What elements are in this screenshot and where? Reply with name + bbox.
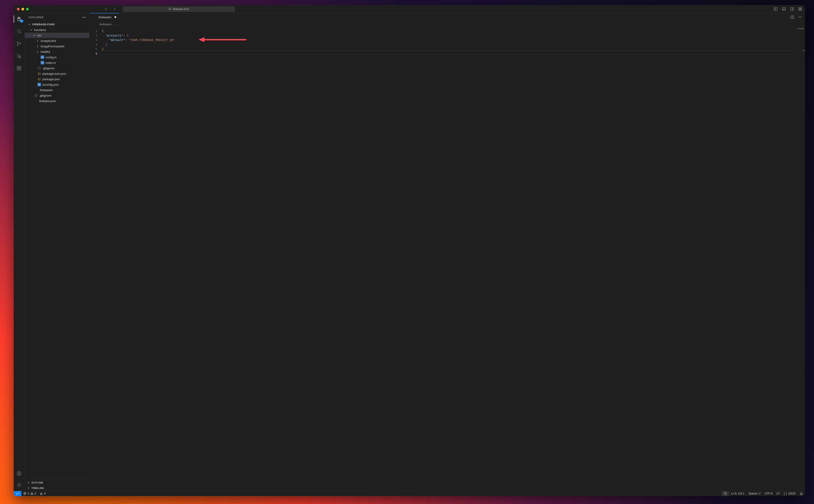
svg-point-26 (801, 17, 801, 17)
firebase-file-icon (34, 99, 38, 103)
tree-label: functions (34, 28, 46, 32)
maximize-window-button[interactable] (26, 8, 29, 10)
nav-back-icon[interactable] (103, 7, 108, 11)
tree-file-gitignore-functions[interactable]: .gitignore (25, 65, 89, 71)
minimap-overview (797, 28, 804, 29)
tree-label: src (37, 34, 41, 37)
sidebar-more-icon[interactable] (82, 15, 86, 20)
ln-col-text: Ln 6, Col 1 (731, 492, 744, 495)
file-tree[interactable]: FIREBASE-FUNC functions src AnalyticsKit (25, 21, 89, 480)
more-actions-icon[interactable] (798, 15, 802, 19)
tree-file-config-ts[interactable]: TS config.ts (25, 54, 89, 60)
activity-run-debug-icon[interactable] (14, 52, 25, 60)
code-content[interactable]: { "projects": { "default": "YOUR_FIREBAS… (100, 27, 795, 491)
breadcrumb[interactable]: .firebaserc › ... (90, 21, 805, 27)
svg-point-18 (18, 472, 20, 474)
language-mode[interactable]: { } JSON (782, 491, 798, 496)
toggle-primary-sidebar-icon[interactable] (773, 7, 778, 12)
tree-file-index-ts[interactable]: TS index.ts (25, 60, 89, 65)
code-editor[interactable]: 1 2 3 4 5 6 { "projects": { "default": "… (90, 27, 805, 491)
cursor-position[interactable]: Ln 6, Col 1 (729, 491, 746, 496)
customize-layout-icon[interactable] (798, 7, 803, 12)
activity-source-control-icon[interactable] (14, 40, 25, 48)
minimap[interactable] (795, 27, 805, 491)
tree-file-package-json[interactable]: { } package.json (25, 76, 89, 82)
errors-count: 0 (28, 492, 29, 495)
tree-folder-src[interactable]: src (25, 33, 89, 38)
encoding-status[interactable]: UTF-8 (763, 491, 775, 496)
eol-status[interactable]: LF (775, 491, 782, 496)
notifications-icon[interactable] (798, 491, 805, 496)
tab-actions (790, 13, 805, 21)
tsconfig-file-icon: TS (37, 83, 41, 86)
toggle-secondary-sidebar-icon[interactable] (789, 7, 794, 12)
split-editor-icon[interactable] (790, 15, 794, 19)
zoom-status[interactable] (722, 491, 729, 496)
problems-status[interactable]: 0 0 (21, 491, 38, 496)
line-number: 3 (90, 38, 97, 42)
tree-file-firebaserc[interactable]: .firebaserc (25, 87, 89, 93)
activity-accounts-icon[interactable] (14, 469, 25, 478)
tab-firebaserc[interactable]: .firebaserc (90, 13, 119, 21)
ts-file-icon: TS (41, 61, 44, 64)
svg-point-12 (19, 57, 21, 58)
chevron-down-icon (33, 34, 36, 37)
status-left: 0 0 0 (14, 491, 47, 496)
json-file-icon: { } (37, 72, 41, 75)
indentation-status[interactable]: Spaces: 2 (746, 491, 762, 496)
line-number: 2 (90, 33, 97, 38)
minimize-window-button[interactable] (21, 8, 24, 10)
svg-rect-2 (782, 8, 785, 10)
command-center[interactable]: firebase-func (123, 6, 235, 12)
svg-rect-7 (800, 9, 801, 10)
tree-folder-functions[interactable]: functions (25, 27, 89, 33)
sidebar-title: EXPLORER (29, 16, 44, 19)
tree-label: .gitignore (42, 67, 54, 70)
tree-folder-analyticskit[interactable]: AnalyticsKit (25, 38, 89, 44)
svg-rect-6 (799, 9, 800, 10)
chevron-down-icon (30, 28, 33, 31)
breadcrumb-tail: ... (117, 23, 119, 26)
dirty-indicator-icon (114, 16, 116, 18)
line-number: 5 (90, 47, 97, 51)
line-gutter: 1 2 3 4 5 6 (90, 27, 100, 491)
eol-text: LF (777, 492, 780, 495)
activity-explorer-icon[interactable]: 1 (14, 15, 25, 23)
close-window-button[interactable] (17, 8, 20, 10)
remote-indicator[interactable] (14, 491, 21, 496)
tree-label: tsconfig.json (42, 83, 59, 86)
tree-file-firebase-json[interactable]: firebase.json (25, 98, 89, 104)
language-text: JSON (788, 492, 796, 495)
tree-root[interactable]: FIREBASE-FUNC (25, 22, 89, 27)
ports-status[interactable]: 0 (38, 491, 47, 496)
activity-bar: 1 (14, 13, 25, 491)
tree-folder-notifkit[interactable]: NotifKit (25, 49, 89, 54)
nav-forward-icon[interactable] (112, 7, 117, 11)
tree-root-label: FIREBASE-FUNC (32, 23, 55, 26)
firebase-file-icon (92, 15, 96, 19)
breadcrumb-separator-icon: › (114, 23, 115, 26)
sidebar-header: EXPLORER (25, 13, 89, 21)
timeline-section[interactable]: TIMELINE (25, 485, 89, 491)
tree-file-package-lock[interactable]: { } package-lock.json (25, 71, 89, 76)
nav-arrows (103, 7, 117, 11)
timeline-label: TIMELINE (31, 487, 44, 489)
svg-rect-5 (800, 8, 801, 9)
status-bar: 0 0 0 Ln 6, Col 1 Spaces: 2 UTF-8 (14, 491, 805, 496)
activity-extensions-icon[interactable] (14, 64, 25, 72)
tree-file-tsconfig[interactable]: TS tsconfig.json (25, 82, 89, 87)
title-right-actions (773, 7, 803, 12)
chevron-right-icon (36, 45, 39, 48)
activity-settings-icon[interactable] (14, 481, 25, 489)
activity-search-icon[interactable] (14, 27, 25, 36)
svg-rect-4 (799, 8, 800, 9)
editor-group: .firebaserc .firebaserc › (90, 13, 805, 491)
toggle-panel-icon[interactable] (781, 7, 786, 12)
outline-section[interactable]: OUTLINE (25, 480, 89, 485)
sidebar-collapsed-sections: OUTLINE TIMELINE (25, 480, 89, 491)
main-body: 1 (14, 13, 805, 491)
tree-file-gitignore-root[interactable]: .gitignore (25, 93, 89, 98)
sidebar-explorer: EXPLORER FIREBASE-FUNC functions src (25, 13, 90, 491)
tree-folder-inapppurchasekit[interactable]: InAppPurchaseKit (25, 44, 89, 49)
tree-label: index.ts (46, 61, 56, 64)
